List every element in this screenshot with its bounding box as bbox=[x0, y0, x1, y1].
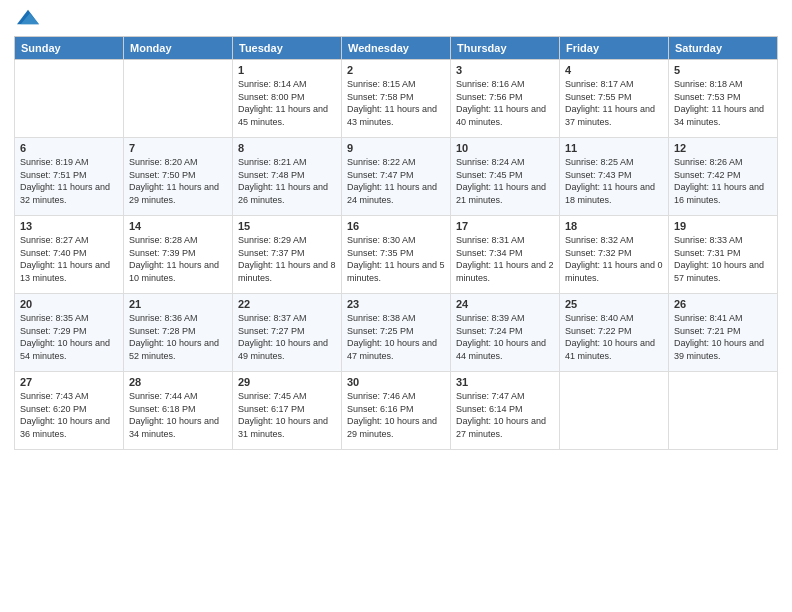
cell-content: Sunrise: 8:35 AMSunset: 7:29 PMDaylight:… bbox=[20, 312, 118, 362]
day-number: 16 bbox=[347, 220, 445, 232]
calendar-cell bbox=[560, 372, 669, 450]
calendar-cell: 31Sunrise: 7:47 AMSunset: 6:14 PMDayligh… bbox=[451, 372, 560, 450]
day-number: 25 bbox=[565, 298, 663, 310]
weekday-header-row: SundayMondayTuesdayWednesdayThursdayFrid… bbox=[15, 37, 778, 60]
calendar-cell: 9Sunrise: 8:22 AMSunset: 7:47 PMDaylight… bbox=[342, 138, 451, 216]
day-number: 5 bbox=[674, 64, 772, 76]
weekday-header-friday: Friday bbox=[560, 37, 669, 60]
cell-content: Sunrise: 7:43 AMSunset: 6:20 PMDaylight:… bbox=[20, 390, 118, 440]
cell-content: Sunrise: 8:41 AMSunset: 7:21 PMDaylight:… bbox=[674, 312, 772, 362]
day-number: 2 bbox=[347, 64, 445, 76]
cell-content: Sunrise: 8:39 AMSunset: 7:24 PMDaylight:… bbox=[456, 312, 554, 362]
calendar-cell: 28Sunrise: 7:44 AMSunset: 6:18 PMDayligh… bbox=[124, 372, 233, 450]
day-number: 3 bbox=[456, 64, 554, 76]
day-number: 11 bbox=[565, 142, 663, 154]
cell-content: Sunrise: 8:27 AMSunset: 7:40 PMDaylight:… bbox=[20, 234, 118, 284]
cell-content: Sunrise: 8:16 AMSunset: 7:56 PMDaylight:… bbox=[456, 78, 554, 128]
day-number: 23 bbox=[347, 298, 445, 310]
day-number: 8 bbox=[238, 142, 336, 154]
calendar-cell: 13Sunrise: 8:27 AMSunset: 7:40 PMDayligh… bbox=[15, 216, 124, 294]
calendar-cell: 4Sunrise: 8:17 AMSunset: 7:55 PMDaylight… bbox=[560, 60, 669, 138]
weekday-header-thursday: Thursday bbox=[451, 37, 560, 60]
calendar-cell: 10Sunrise: 8:24 AMSunset: 7:45 PMDayligh… bbox=[451, 138, 560, 216]
cell-content: Sunrise: 8:14 AMSunset: 8:00 PMDaylight:… bbox=[238, 78, 336, 128]
cell-content: Sunrise: 8:21 AMSunset: 7:48 PMDaylight:… bbox=[238, 156, 336, 206]
calendar-cell bbox=[15, 60, 124, 138]
calendar-cell bbox=[124, 60, 233, 138]
calendar-cell: 14Sunrise: 8:28 AMSunset: 7:39 PMDayligh… bbox=[124, 216, 233, 294]
calendar-cell: 12Sunrise: 8:26 AMSunset: 7:42 PMDayligh… bbox=[669, 138, 778, 216]
weekday-header-sunday: Sunday bbox=[15, 37, 124, 60]
day-number: 10 bbox=[456, 142, 554, 154]
calendar-cell bbox=[669, 372, 778, 450]
cell-content: Sunrise: 8:19 AMSunset: 7:51 PMDaylight:… bbox=[20, 156, 118, 206]
cell-content: Sunrise: 7:44 AMSunset: 6:18 PMDaylight:… bbox=[129, 390, 227, 440]
day-number: 29 bbox=[238, 376, 336, 388]
cell-content: Sunrise: 8:17 AMSunset: 7:55 PMDaylight:… bbox=[565, 78, 663, 128]
calendar-cell: 19Sunrise: 8:33 AMSunset: 7:31 PMDayligh… bbox=[669, 216, 778, 294]
logo-icon bbox=[17, 6, 39, 28]
day-number: 13 bbox=[20, 220, 118, 232]
day-number: 1 bbox=[238, 64, 336, 76]
calendar-cell: 21Sunrise: 8:36 AMSunset: 7:28 PMDayligh… bbox=[124, 294, 233, 372]
weekday-header-tuesday: Tuesday bbox=[233, 37, 342, 60]
calendar-cell: 5Sunrise: 8:18 AMSunset: 7:53 PMDaylight… bbox=[669, 60, 778, 138]
calendar-cell: 22Sunrise: 8:37 AMSunset: 7:27 PMDayligh… bbox=[233, 294, 342, 372]
calendar-cell: 11Sunrise: 8:25 AMSunset: 7:43 PMDayligh… bbox=[560, 138, 669, 216]
calendar-cell: 18Sunrise: 8:32 AMSunset: 7:32 PMDayligh… bbox=[560, 216, 669, 294]
day-number: 27 bbox=[20, 376, 118, 388]
cell-content: Sunrise: 8:32 AMSunset: 7:32 PMDaylight:… bbox=[565, 234, 663, 284]
cell-content: Sunrise: 8:25 AMSunset: 7:43 PMDaylight:… bbox=[565, 156, 663, 206]
cell-content: Sunrise: 8:40 AMSunset: 7:22 PMDaylight:… bbox=[565, 312, 663, 362]
calendar-cell: 27Sunrise: 7:43 AMSunset: 6:20 PMDayligh… bbox=[15, 372, 124, 450]
cell-content: Sunrise: 8:37 AMSunset: 7:27 PMDaylight:… bbox=[238, 312, 336, 362]
calendar-cell: 29Sunrise: 7:45 AMSunset: 6:17 PMDayligh… bbox=[233, 372, 342, 450]
calendar-page: SundayMondayTuesdayWednesdayThursdayFrid… bbox=[0, 0, 792, 612]
day-number: 17 bbox=[456, 220, 554, 232]
day-number: 24 bbox=[456, 298, 554, 310]
day-number: 12 bbox=[674, 142, 772, 154]
calendar-cell: 6Sunrise: 8:19 AMSunset: 7:51 PMDaylight… bbox=[15, 138, 124, 216]
cell-content: Sunrise: 8:28 AMSunset: 7:39 PMDaylight:… bbox=[129, 234, 227, 284]
header bbox=[14, 10, 778, 28]
logo bbox=[14, 10, 39, 28]
day-number: 4 bbox=[565, 64, 663, 76]
weekday-header-monday: Monday bbox=[124, 37, 233, 60]
cell-content: Sunrise: 8:36 AMSunset: 7:28 PMDaylight:… bbox=[129, 312, 227, 362]
calendar-cell: 3Sunrise: 8:16 AMSunset: 7:56 PMDaylight… bbox=[451, 60, 560, 138]
day-number: 6 bbox=[20, 142, 118, 154]
calendar-cell: 30Sunrise: 7:46 AMSunset: 6:16 PMDayligh… bbox=[342, 372, 451, 450]
day-number: 30 bbox=[347, 376, 445, 388]
cell-content: Sunrise: 8:24 AMSunset: 7:45 PMDaylight:… bbox=[456, 156, 554, 206]
day-number: 28 bbox=[129, 376, 227, 388]
calendar-cell: 7Sunrise: 8:20 AMSunset: 7:50 PMDaylight… bbox=[124, 138, 233, 216]
weekday-header-wednesday: Wednesday bbox=[342, 37, 451, 60]
day-number: 18 bbox=[565, 220, 663, 232]
day-number: 9 bbox=[347, 142, 445, 154]
cell-content: Sunrise: 8:30 AMSunset: 7:35 PMDaylight:… bbox=[347, 234, 445, 284]
calendar-cell: 23Sunrise: 8:38 AMSunset: 7:25 PMDayligh… bbox=[342, 294, 451, 372]
cell-content: Sunrise: 8:20 AMSunset: 7:50 PMDaylight:… bbox=[129, 156, 227, 206]
cell-content: Sunrise: 8:15 AMSunset: 7:58 PMDaylight:… bbox=[347, 78, 445, 128]
cell-content: Sunrise: 8:31 AMSunset: 7:34 PMDaylight:… bbox=[456, 234, 554, 284]
calendar-cell: 20Sunrise: 8:35 AMSunset: 7:29 PMDayligh… bbox=[15, 294, 124, 372]
cell-content: Sunrise: 8:29 AMSunset: 7:37 PMDaylight:… bbox=[238, 234, 336, 284]
calendar-cell: 16Sunrise: 8:30 AMSunset: 7:35 PMDayligh… bbox=[342, 216, 451, 294]
calendar-cell: 1Sunrise: 8:14 AMSunset: 8:00 PMDaylight… bbox=[233, 60, 342, 138]
calendar-week-row: 20Sunrise: 8:35 AMSunset: 7:29 PMDayligh… bbox=[15, 294, 778, 372]
cell-content: Sunrise: 8:38 AMSunset: 7:25 PMDaylight:… bbox=[347, 312, 445, 362]
cell-content: Sunrise: 8:22 AMSunset: 7:47 PMDaylight:… bbox=[347, 156, 445, 206]
day-number: 15 bbox=[238, 220, 336, 232]
cell-content: Sunrise: 8:18 AMSunset: 7:53 PMDaylight:… bbox=[674, 78, 772, 128]
calendar-cell: 8Sunrise: 8:21 AMSunset: 7:48 PMDaylight… bbox=[233, 138, 342, 216]
calendar-cell: 24Sunrise: 8:39 AMSunset: 7:24 PMDayligh… bbox=[451, 294, 560, 372]
calendar-week-row: 6Sunrise: 8:19 AMSunset: 7:51 PMDaylight… bbox=[15, 138, 778, 216]
day-number: 19 bbox=[674, 220, 772, 232]
calendar-week-row: 13Sunrise: 8:27 AMSunset: 7:40 PMDayligh… bbox=[15, 216, 778, 294]
day-number: 31 bbox=[456, 376, 554, 388]
calendar-cell: 26Sunrise: 8:41 AMSunset: 7:21 PMDayligh… bbox=[669, 294, 778, 372]
day-number: 21 bbox=[129, 298, 227, 310]
cell-content: Sunrise: 7:47 AMSunset: 6:14 PMDaylight:… bbox=[456, 390, 554, 440]
day-number: 7 bbox=[129, 142, 227, 154]
calendar-table: SundayMondayTuesdayWednesdayThursdayFrid… bbox=[14, 36, 778, 450]
